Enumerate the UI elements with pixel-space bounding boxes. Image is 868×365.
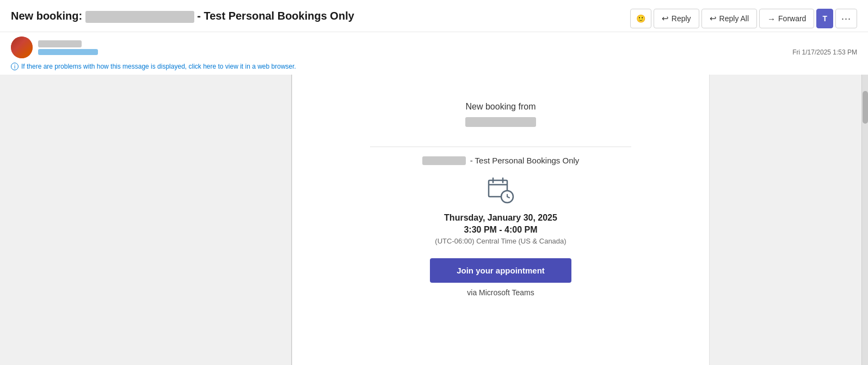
info-bar: i If there are problems with how this me… [0, 60, 868, 75]
emoji-icon: 🙂 [636, 14, 645, 23]
booking-customer-name-blurred [465, 117, 536, 127]
left-panel [0, 75, 291, 365]
join-btn-label: Join your appointment [457, 266, 545, 275]
more-button[interactable]: ··· [835, 9, 857, 28]
email-header: New booking: - Test Personal Bookings On… [0, 0, 868, 32]
service-name-blurred [422, 156, 466, 165]
right-panel [709, 75, 861, 365]
scrollbar-thumb[interactable] [863, 91, 868, 124]
booking-time: 3:30 PM - 4:00 PM [464, 225, 537, 235]
avatar [11, 36, 33, 58]
emoji-button[interactable]: 🙂 [630, 9, 651, 28]
forward-icon: → [767, 14, 775, 23]
sender-name-blurred [38, 40, 82, 47]
blurred-subject [85, 11, 194, 23]
teams-icon: T [822, 14, 827, 23]
email-viewer: New booking: - Test Personal Bookings On… [0, 0, 868, 365]
timestamp: Fri 1/17/2025 1:53 PM [792, 48, 857, 58]
join-appointment-button[interactable]: Join your appointment [430, 258, 571, 283]
reply-button[interactable]: ↩ Reply [654, 9, 699, 28]
email-body: New booking from - Test Personal Booking… [0, 75, 868, 365]
booking-timezone: (UTC-06:00) Central Time (US & Canada) [435, 237, 566, 245]
email-subject: New booking: - Test Personal Bookings On… [11, 9, 354, 23]
sender-email-blurred [38, 49, 98, 55]
main-content: New booking from - Test Personal Booking… [292, 75, 709, 365]
reply-all-icon: ↩ [710, 14, 717, 23]
forward-button[interactable]: → Forward [759, 9, 814, 28]
reply-label: Reply [672, 14, 691, 23]
service-text: - Test Personal Bookings Only [470, 156, 580, 165]
info-icon: i [11, 63, 19, 70]
reply-icon: ↩ [662, 14, 669, 23]
divider-1 [370, 147, 631, 147]
toolbar: 🙂 ↩ Reply ↩ Reply All → Forward T ··· [630, 9, 857, 28]
calendar-clock-icon [487, 176, 515, 204]
reply-all-label: Reply All [719, 14, 749, 23]
subject-prefix: New booking: [11, 10, 82, 22]
booking-date: Thursday, January 30, 2025 [444, 213, 557, 223]
info-bar-text[interactable]: If there are problems with how this mess… [21, 63, 296, 70]
booking-from-label: New booking from [466, 102, 536, 112]
service-line: - Test Personal Bookings Only [422, 156, 580, 165]
via-teams-label: via Microsoft Teams [467, 288, 534, 297]
reply-all-button[interactable]: ↩ Reply All [701, 9, 757, 28]
forward-label: Forward [778, 14, 806, 23]
teams-button[interactable]: T [816, 9, 833, 28]
sender-info [38, 40, 98, 55]
scrollbar-track[interactable] [861, 75, 868, 365]
subject-suffix: - Test Personal Bookings Only [197, 10, 354, 22]
sender-row: Fri 1/17/2025 1:53 PM [0, 32, 868, 60]
more-icon: ··· [841, 13, 851, 25]
